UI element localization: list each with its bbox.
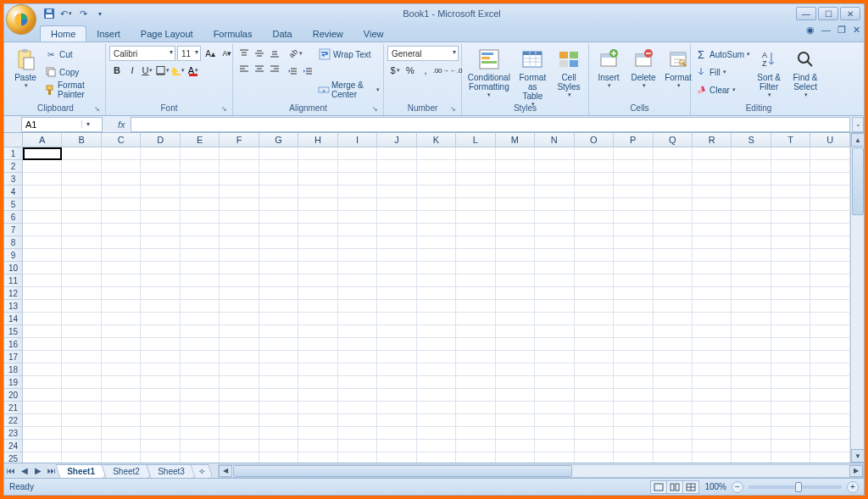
cell[interactable]	[102, 262, 141, 274]
cell[interactable]	[62, 389, 101, 402]
cell[interactable]	[575, 351, 614, 363]
alignment-launcher-icon[interactable]: ↘	[370, 105, 380, 115]
normal-view-button[interactable]	[650, 480, 667, 494]
cell[interactable]	[496, 224, 535, 236]
cell[interactable]	[693, 376, 732, 389]
cell[interactable]	[693, 249, 732, 262]
cell[interactable]	[141, 440, 180, 452]
cell[interactable]	[259, 414, 298, 427]
row-header[interactable]: 12	[4, 287, 23, 300]
sheet-tab-2[interactable]: Sheet2	[101, 464, 151, 478]
cell[interactable]	[259, 173, 298, 186]
cell[interactable]	[417, 160, 456, 173]
cell[interactable]	[62, 186, 101, 198]
cell[interactable]	[693, 211, 732, 224]
cell[interactable]	[220, 287, 259, 300]
orientation-button[interactable]: ab	[285, 46, 307, 61]
align-right-button[interactable]	[267, 61, 282, 76]
cell[interactable]	[810, 389, 849, 402]
cell[interactable]	[417, 300, 456, 313]
cell[interactable]	[102, 147, 141, 160]
column-header[interactable]: G	[259, 133, 298, 147]
cell[interactable]	[259, 325, 298, 338]
vertical-scrollbar[interactable]: ▲ ▼	[850, 133, 864, 463]
cell[interactable]	[338, 160, 377, 173]
cell[interactable]	[614, 452, 653, 463]
cell[interactable]	[575, 452, 614, 463]
cell[interactable]	[259, 262, 298, 274]
row-header[interactable]: 16	[4, 338, 23, 351]
cell[interactable]	[377, 186, 416, 198]
cell[interactable]	[771, 262, 810, 274]
cell[interactable]	[23, 300, 62, 313]
cell[interactable]	[141, 338, 180, 351]
vscroll-thumb[interactable]	[852, 147, 864, 215]
cell[interactable]	[614, 325, 653, 338]
cell[interactable]	[298, 249, 337, 262]
cell[interactable]	[220, 249, 259, 262]
cell[interactable]	[732, 389, 771, 402]
row-header[interactable]: 9	[4, 249, 23, 262]
cell[interactable]	[614, 363, 653, 376]
font-name-select[interactable]: Calibri	[109, 46, 175, 61]
cell[interactable]	[535, 224, 574, 236]
cell[interactable]	[456, 224, 495, 236]
cell[interactable]	[338, 262, 377, 274]
cell[interactable]	[220, 313, 259, 325]
cell[interactable]	[377, 376, 416, 389]
cell[interactable]	[771, 186, 810, 198]
cell[interactable]	[338, 414, 377, 427]
sheet-nav-prev-icon[interactable]: ◀	[18, 464, 31, 478]
cell[interactable]	[771, 376, 810, 389]
cell[interactable]	[417, 325, 456, 338]
cell[interactable]	[654, 376, 693, 389]
cell[interactable]	[732, 211, 771, 224]
cell[interactable]	[732, 313, 771, 325]
cell[interactable]	[654, 249, 693, 262]
cell[interactable]	[181, 363, 220, 376]
redo-icon[interactable]: ↷	[75, 6, 91, 21]
cell[interactable]	[654, 274, 693, 287]
expand-formula-bar-icon[interactable]: ⌄	[852, 117, 864, 132]
cell[interactable]	[102, 325, 141, 338]
row-header[interactable]: 25	[4, 452, 23, 463]
cell[interactable]	[259, 198, 298, 211]
cell[interactable]	[417, 211, 456, 224]
cell[interactable]	[614, 198, 653, 211]
border-button[interactable]	[155, 63, 170, 78]
cell[interactable]	[259, 351, 298, 363]
cell[interactable]	[771, 300, 810, 313]
cell[interactable]	[456, 160, 495, 173]
cell[interactable]	[259, 236, 298, 249]
cell[interactable]	[535, 427, 574, 440]
row-header[interactable]: 7	[4, 224, 23, 236]
cell[interactable]	[535, 389, 574, 402]
cell[interactable]	[810, 262, 849, 274]
cell[interactable]	[535, 313, 574, 325]
row-header[interactable]: 11	[4, 274, 23, 287]
cell[interactable]	[654, 224, 693, 236]
cell[interactable]	[220, 427, 259, 440]
cell[interactable]	[614, 351, 653, 363]
cell[interactable]	[732, 274, 771, 287]
align-bottom-button[interactable]	[267, 46, 282, 61]
cell[interactable]	[62, 249, 101, 262]
percent-format-button[interactable]: %	[403, 63, 418, 78]
cell[interactable]	[810, 236, 849, 249]
cell[interactable]	[654, 160, 693, 173]
cell[interactable]	[654, 325, 693, 338]
cell[interactable]	[535, 338, 574, 351]
cell[interactable]	[377, 173, 416, 186]
cell[interactable]	[535, 287, 574, 300]
cell[interactable]	[141, 325, 180, 338]
cell[interactable]	[654, 452, 693, 463]
cell[interactable]	[654, 389, 693, 402]
row-header[interactable]: 8	[4, 236, 23, 249]
cell[interactable]	[810, 274, 849, 287]
cell[interactable]	[23, 274, 62, 287]
cell[interactable]	[102, 402, 141, 414]
cell[interactable]	[654, 211, 693, 224]
cell[interactable]	[771, 274, 810, 287]
cell[interactable]	[614, 313, 653, 325]
cell[interactable]	[654, 440, 693, 452]
